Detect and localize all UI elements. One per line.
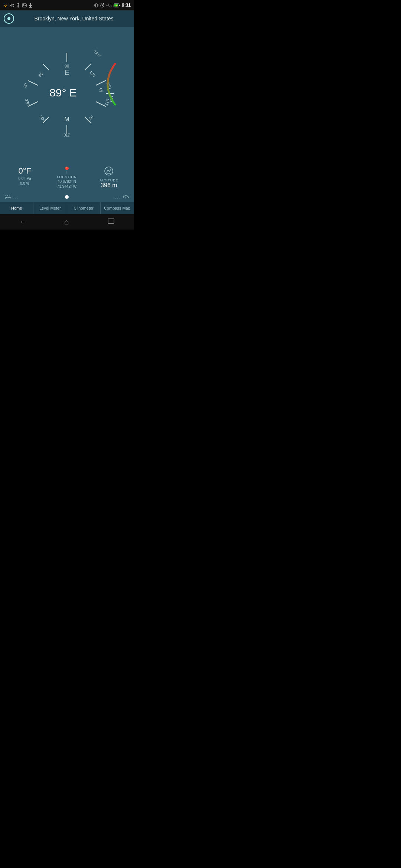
usb-icon [16, 3, 20, 8]
svg-line-20 [103, 3, 104, 4]
status-icons-right: 4G ⚡ 9:31 [94, 3, 131, 8]
wifi-icon [3, 3, 8, 7]
sunset-section: ... [115, 194, 129, 200]
humidity-value: 0.0 % [4, 181, 46, 185]
sunrise-section: ... [4, 194, 19, 200]
compass-area: 90 E 60 120 59μT 30 150 S 180 330 [0, 27, 134, 160]
svg-line-36 [28, 80, 38, 85]
recents-button[interactable] [107, 218, 115, 226]
tilt-arc [97, 60, 117, 108]
status-time: 9:31 [122, 3, 131, 8]
vibrate-icon [94, 3, 98, 8]
svg-rect-9 [22, 4, 26, 7]
sunrise-time: ... [13, 194, 19, 200]
svg-text:4G: 4G [106, 4, 109, 6]
svg-text:⚡: ⚡ [115, 4, 118, 7]
location-text: Brooklyn, New York, United States [18, 16, 130, 22]
svg-text:59μT: 59μT [93, 49, 102, 58]
nav-clinometer[interactable]: Clinometer [67, 202, 101, 214]
info-row: 0°F 0.0 hPa 0.0 % 📍 LOCATION 40.6782° N … [0, 160, 134, 192]
svg-text:89° E: 89° E [49, 86, 77, 99]
altitude-value: 396 m [88, 182, 130, 189]
back-button[interactable]: ← [19, 218, 26, 226]
svg-rect-22 [110, 6, 110, 7]
compass-container: 90 E 60 120 59μT 30 150 S 180 330 [15, 42, 119, 145]
page-dot-active [65, 195, 69, 199]
sunrise-icon [4, 194, 11, 200]
svg-line-3 [13, 4, 14, 4]
sunset-icon [123, 194, 129, 200]
alarm-icon [100, 3, 105, 8]
svg-text:240: 240 [86, 114, 94, 122]
location-pin-icon: 📍 [46, 166, 88, 174]
home-button[interactable]: ⌂ [64, 217, 69, 227]
nav-home[interactable]: Home [0, 202, 33, 214]
svg-line-64 [127, 195, 128, 196]
altitude-label: ALTITUDE [88, 178, 130, 182]
svg-text:E: E [64, 68, 69, 76]
svg-line-33 [85, 64, 91, 70]
android-nav: ← ⌂ [0, 214, 134, 230]
bottom-nav: Home Level Meter Clinometer Compass Map [0, 202, 134, 214]
latitude-value: 40.6782° N [46, 180, 88, 184]
location-block: 📍 LOCATION 40.6782° N 73.9442° W [46, 166, 88, 188]
svg-line-59 [9, 195, 10, 196]
nav-level-meter[interactable]: Level Meter [33, 202, 67, 214]
sun-row: ... ... [0, 192, 134, 202]
page-indicator [65, 195, 69, 199]
svg-line-58 [6, 195, 6, 196]
location-target-button[interactable] [4, 13, 14, 24]
svg-text:300: 300 [39, 114, 46, 122]
signal-icon: 4G [106, 3, 112, 7]
svg-text:30: 30 [23, 83, 28, 89]
nav-compass-map[interactable]: Compass Map [101, 202, 134, 214]
svg-rect-13 [95, 4, 97, 7]
temperature-value: 0°F [4, 166, 46, 176]
altitude-icon [88, 166, 130, 178]
svg-line-2 [11, 4, 12, 4]
svg-point-4 [11, 5, 12, 6]
battery-icon: ⚡ [114, 3, 120, 7]
temperature-block: 0°F 0.0 hPa 0.0 % [4, 166, 46, 185]
svg-point-5 [13, 5, 13, 6]
svg-point-8 [18, 6, 19, 7]
svg-text:120: 120 [88, 70, 96, 78]
svg-line-31 [43, 64, 49, 70]
svg-rect-23 [111, 5, 111, 7]
location-label: LOCATION [46, 175, 88, 179]
download-icon [29, 3, 33, 8]
status-icons-left [3, 3, 33, 8]
svg-text:270: 270 [63, 133, 70, 137]
svg-text:330: 330 [24, 98, 31, 106]
altitude-block: ALTITUDE 396 m [88, 166, 130, 189]
svg-text:60: 60 [38, 72, 44, 78]
app-header: Brooklyn, New York, United States [0, 10, 134, 27]
longitude-value: 73.9442° W [46, 184, 88, 188]
svg-line-19 [101, 3, 101, 4]
status-bar: 4G ⚡ 9:31 [0, 0, 134, 10]
svg-rect-67 [108, 219, 114, 223]
sunset-time: ... [115, 194, 121, 200]
svg-line-63 [124, 195, 124, 196]
svg-text:90: 90 [65, 64, 69, 68]
android-icon [10, 3, 14, 7]
image-icon [22, 3, 27, 7]
svg-rect-26 [119, 4, 120, 6]
svg-point-1 [11, 4, 14, 7]
svg-point-0 [5, 6, 6, 7]
svg-text:M: M [64, 116, 69, 122]
pressure-value: 0.0 hPa [4, 177, 46, 181]
